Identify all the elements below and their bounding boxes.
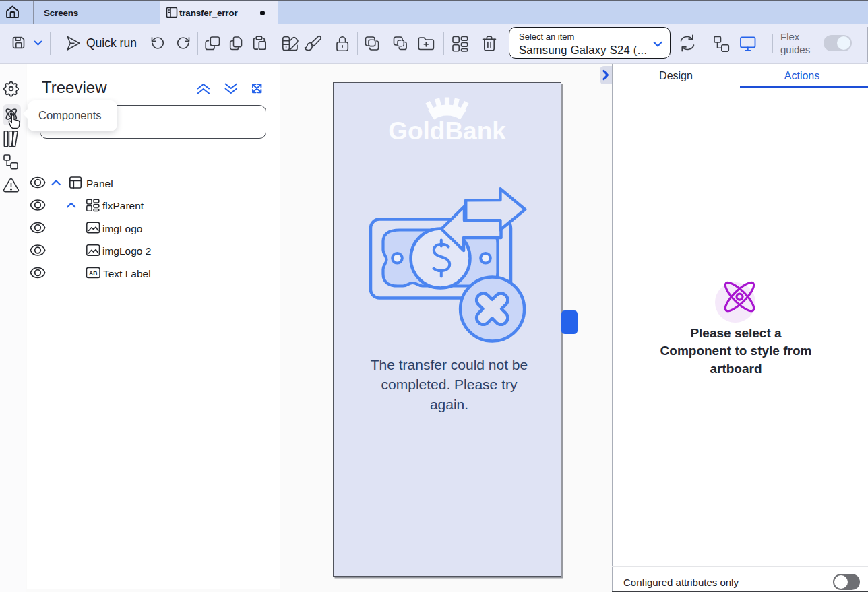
svg-text:AB: AB xyxy=(89,270,97,277)
